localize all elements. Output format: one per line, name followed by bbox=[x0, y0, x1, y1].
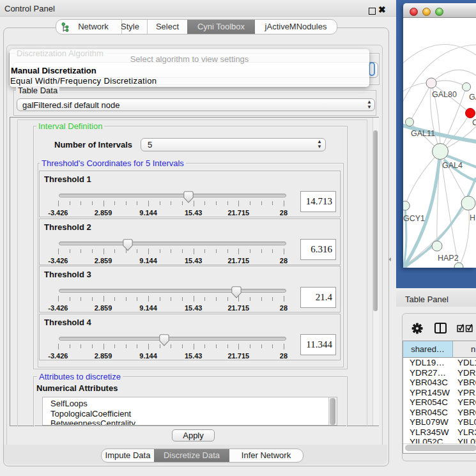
svg-text:GAL11: GAL11 bbox=[411, 129, 435, 138]
svg-text:H: H bbox=[470, 213, 475, 222]
svg-text:GAL4: GAL4 bbox=[442, 161, 463, 170]
svg-text:C: C bbox=[472, 118, 476, 127]
svg-text:GAL80: GAL80 bbox=[432, 90, 457, 99]
svg-text:GA: GA bbox=[469, 93, 476, 102]
svg-text:HAP2: HAP2 bbox=[438, 254, 459, 263]
svg-text:GCY1: GCY1 bbox=[403, 214, 425, 223]
